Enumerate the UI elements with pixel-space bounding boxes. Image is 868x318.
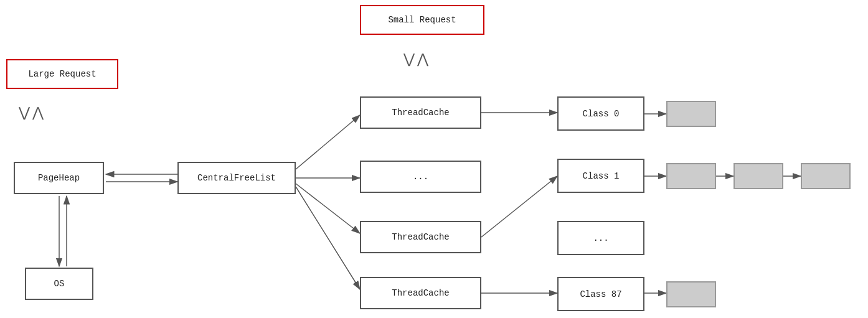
small-request-box: Small Request [360, 5, 484, 35]
thread-cache-1-label: ThreadCache [392, 108, 449, 118]
svg-line-11 [481, 176, 557, 237]
class-dots-label: ... [593, 233, 608, 243]
os-label: OS [54, 279, 65, 289]
thread-cache-2-box: ThreadCache [360, 221, 481, 253]
thread-cache-dots-box: ... [360, 161, 481, 193]
diagram-container: Small Request ⋁⋀ Large Request ⋁⋀ PageHe… [0, 0, 868, 318]
thread-cache-2-label: ThreadCache [392, 232, 449, 242]
class-dots-box: ... [557, 221, 644, 255]
svg-line-8 [296, 184, 360, 233]
large-request-label: Large Request [28, 69, 96, 79]
class-0-box: Class 0 [557, 96, 644, 131]
thread-cache-1-box: ThreadCache [360, 96, 481, 129]
class-0-label: Class 0 [583, 109, 620, 119]
gray-1-2-box [734, 163, 783, 189]
arrows-svg [0, 0, 868, 318]
thread-cache-dots-label: ... [413, 172, 428, 182]
thread-cache-3-box: ThreadCache [360, 277, 481, 309]
class-1-box: Class 1 [557, 159, 644, 193]
central-freelist-box: CentralFreeList [177, 162, 296, 194]
os-box: OS [25, 268, 93, 300]
large-chevrons-icon: ⋁⋀ [19, 105, 44, 121]
gray-1-1-box [666, 163, 716, 189]
gray-0-1-box [666, 101, 716, 127]
class-87-box: Class 87 [557, 277, 644, 311]
large-request-box: Large Request [6, 59, 118, 89]
gray-87-1-box [666, 281, 716, 307]
svg-line-9 [296, 187, 360, 289]
page-heap-label: PageHeap [38, 173, 80, 183]
central-freelist-label: CentralFreeList [197, 173, 276, 183]
small-chevrons-icon: ⋁⋀ [403, 51, 428, 68]
class-1-label: Class 1 [583, 171, 620, 181]
small-request-label: Small Request [388, 15, 456, 25]
svg-line-6 [296, 115, 360, 169]
class-87-label: Class 87 [580, 289, 621, 299]
thread-cache-3-label: ThreadCache [392, 288, 449, 298]
gray-1-3-box [801, 163, 851, 189]
page-heap-box: PageHeap [14, 162, 104, 194]
